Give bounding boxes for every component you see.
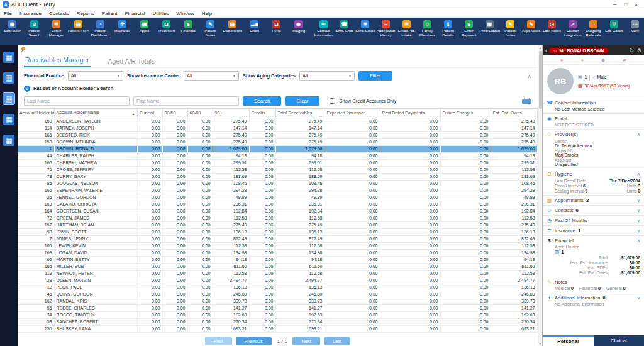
collapse-hygiene-icon[interactable]: ∧	[637, 172, 640, 177]
expand-additional-icon[interactable]: ∨	[637, 296, 640, 301]
last-name-input[interactable]	[24, 96, 130, 106]
toolbar-launch-integration-button[interactable]: ↗Launch Integration	[562, 18, 583, 45]
collapse-financial-icon[interactable]: ∧	[637, 238, 640, 243]
expand-appointments-icon[interactable]: ∨	[637, 198, 640, 203]
table-row[interactable]: 114BARNEY, JOSEPH0.000.000.00147.140.001…	[18, 125, 537, 131]
table-row[interactable]: 157HARTMAN, BRIAN0.000.000.00275.490.002…	[18, 221, 537, 228]
column-header-60-89[interactable]: 60-89	[187, 109, 213, 118]
table-row[interactable]: 105LEWIS, KEVIN0.000.000.00112.580.00112…	[18, 242, 537, 249]
pin-icon[interactable]	[19, 46, 26, 53]
toolbar-enter-payment-button[interactable]: $Enter Payment	[458, 18, 479, 45]
toolbar-add-health-history-button[interactable]: +Add Health History	[375, 18, 396, 45]
column-header-expected-insurance[interactable]: Expected Insurance	[325, 109, 380, 118]
table-row[interactable]: 44CHARLES, RALPH0.000.000.0094.180.0094.…	[18, 152, 537, 159]
toolbar-scheduler-button[interactable]: ▦Scheduler	[1, 18, 23, 45]
scroll-down-icon[interactable]: ▼	[539, 341, 542, 346]
menu-window[interactable]: Window	[172, 11, 197, 16]
filter-button[interactable]: Filter	[358, 71, 392, 81]
menu-contacts[interactable]: Contacts	[45, 11, 73, 16]
toolbar-lab-cases-button[interactable]: ▽Lab Cases	[604, 18, 625, 45]
toolbar-imaging-button[interactable]: ◉Imaging	[287, 18, 309, 45]
pagination-previous-button[interactable]: Previous	[236, 337, 272, 345]
toolbar-patient-notes-2-button[interactable]: ✎Patient Notes	[500, 18, 521, 45]
table-row[interactable]: 28OLSEN, MARVIN0.000.000.002,494.770.002…	[18, 277, 537, 284]
sidebar-schedule-view-2[interactable]: ▦	[3, 72, 14, 84]
filter-dropdown-financial-practice[interactable]: All▼	[68, 71, 123, 81]
toolbar-documents-button[interactable]: ▤Documents	[221, 18, 243, 45]
table-row[interactable]: 34ROSCO, TIMOTHY0.000.000.00192.630.0019…	[18, 311, 537, 318]
collapse-providers-icon[interactable]: ∧	[637, 132, 640, 137]
table-row[interactable]: 166BEESTED, RICK0.000.000.00275.490.0027…	[18, 131, 537, 138]
table-row[interactable]: 166ESPENHAIN, VALERIE0.000.000.00294.280…	[18, 187, 537, 194]
table-row[interactable]: 58SANCHEZ, ROBERT0.000.000.00270.340.002…	[18, 318, 537, 325]
eraser-flag-icon[interactable]: ▰	[623, 57, 626, 63]
table-row[interactable]: 163GALATIO, CHRISTA0.000.000.00236.310.0…	[18, 201, 537, 208]
minimize-button[interactable]: ─	[613, 2, 617, 8]
table-row[interactable]: 46QUINN, GORDON0.000.000.00246.800.00246…	[18, 291, 537, 298]
table-row[interactable]: 55REECE, CHARLES0.000.000.00141.270.0014…	[18, 304, 537, 311]
toolbar-appt-notes-button[interactable]: ✎Appt Notes	[521, 18, 541, 45]
column-header-current[interactable]: Current	[137, 109, 162, 118]
table-row[interactable]: 109LOGAN, DAVID0.000.000.00134.980.00134…	[18, 249, 537, 256]
table-row[interactable]: 153BROWN, MELINDA0.000.000.00275.490.002…	[18, 138, 537, 145]
column-header-future-charges[interactable]: Future Charges	[440, 109, 491, 118]
pagination-last-button[interactable]: Last	[324, 337, 350, 345]
toolbar-contact-information-button[interactable]: Hi!Contact Information	[313, 18, 334, 45]
toolbar-patient-search-button[interactable]: ⊙Patient Search	[23, 18, 45, 45]
table-row[interactable]: 26FENNEL, GORDON0.000.000.0049.890.0049.…	[18, 194, 537, 201]
sidebar-schedule-view-4[interactable]: ▦	[3, 114, 14, 125]
column-header-30-59[interactable]: 30-59	[162, 109, 187, 118]
toolbar-patient-details-button[interactable]: ℹPatient Details	[438, 18, 458, 45]
close-button[interactable]: ×	[635, 2, 638, 8]
clear-button[interactable]: Clear	[285, 96, 319, 106]
expand-past24-icon[interactable]: ∨	[637, 218, 640, 223]
expand-contacts-icon[interactable]: ∨	[637, 208, 640, 213]
menu-insurance[interactable]: Insurance	[16, 11, 45, 16]
toolbar-more-button[interactable]: ⋯More	[625, 18, 644, 45]
toolbar-late-notes-button[interactable]: ◷Late Notes	[541, 18, 562, 45]
sidebar-schedule-view-3[interactable]: ▦	[3, 93, 14, 104]
search-button[interactable]: Search	[243, 96, 281, 106]
column-header-account-holder-id[interactable]: Account Holder Id	[18, 109, 54, 118]
toolbar-patient-notes-button[interactable]: ✎Patient Notes	[199, 18, 221, 45]
toolbar-family-members-button[interactable]: ☺Family Members	[417, 18, 438, 45]
pagination-next-button[interactable]: Next	[292, 337, 319, 345]
toolbar-letter-manager-button[interactable]: ✉Letter Manager	[45, 18, 67, 45]
table-row[interactable]: 119NEWTON, PETER0.000.000.00112.580.0011…	[18, 270, 537, 277]
table-row[interactable]: 72GREEN, JAMES0.000.000.00112.580.00112.…	[18, 215, 537, 221]
toolbar-print-submit-button[interactable]: ▣Print/Submit	[479, 18, 500, 45]
column-header-account-holder-name[interactable]: Account Holder Name▲	[54, 109, 137, 118]
milestone-flag-icon[interactable]: ◆	[601, 57, 605, 63]
patient-name-pill[interactable]: ☺ Mr. RONALD BROWN	[549, 48, 608, 53]
table-row[interactable]: 164GOERTSEN, SUSAN0.000.000.00192.840.00…	[18, 208, 537, 215]
table-row[interactable]: 162RANDAL, KRIS0.000.000.00339.730.00339…	[18, 298, 537, 304]
toolbar-email-patient-intake-button[interactable]: ✉Email Pat. Intake	[396, 18, 417, 45]
pagination-first-button[interactable]: First	[205, 337, 232, 345]
table-row[interactable]: 1BROWN, RONALD0.000.000.001,679.060.001,…	[18, 145, 537, 152]
table-scrollbar[interactable]: ▲ ▼	[538, 45, 542, 346]
first-name-input[interactable]	[133, 96, 239, 106]
menu-file[interactable]: File	[0, 11, 16, 16]
tab-aged-ar-totals[interactable]: Aged A/R Totals	[107, 57, 157, 67]
recall-flag-icon[interactable]: ●	[580, 57, 584, 63]
filter-dropdown-show-insurance-carrier[interactable]: All▼	[184, 71, 239, 81]
toolbar-patient-file-button[interactable]: ▤Patient File<	[67, 18, 89, 45]
menu-financial[interactable]: Financial	[121, 11, 149, 16]
toolbar-perio-button[interactable]: ΩPerio	[265, 18, 287, 45]
table-row[interactable]: 76CROSS, JEFFERY0.000.000.00112.580.0011…	[18, 166, 537, 173]
filter-dropdown-show-aging-categories[interactable]: All▼	[299, 71, 355, 81]
sidebar-schedule-view-5[interactable]: ▦	[3, 135, 14, 146]
column-header-credits[interactable]: Credits	[249, 109, 275, 118]
scroll-up-icon[interactable]: ▲	[539, 45, 542, 50]
show-credit-accounts-checkbox[interactable]	[330, 98, 335, 104]
toolbar-appointments-button[interactable]: ▦Appts	[133, 18, 155, 45]
table-row[interactable]: 160CHERSKI, MATHEW0.000.000.00299.510.00…	[18, 159, 537, 166]
refresh-icon[interactable]: ↻	[630, 48, 634, 53]
table-row[interactable]: 12PECK, PAUL0.000.000.00136.130.00136.13…	[18, 284, 537, 291]
sidebar-schedule-view-1[interactable]: ▦	[3, 52, 14, 63]
table-row[interactable]: 60MARTIN, BETTY0.000.000.0094.180.0094.1…	[18, 256, 537, 263]
expand-insurance-icon[interactable]: ∨	[637, 228, 640, 233]
collapse-filters-icon[interactable]: ∧	[527, 73, 531, 79]
table-row[interactable]: 7JONES, LENNY0.000.000.00872.490.00872.4…	[18, 235, 537, 242]
tab-receivables-manager[interactable]: Receivables Manager	[24, 56, 91, 67]
